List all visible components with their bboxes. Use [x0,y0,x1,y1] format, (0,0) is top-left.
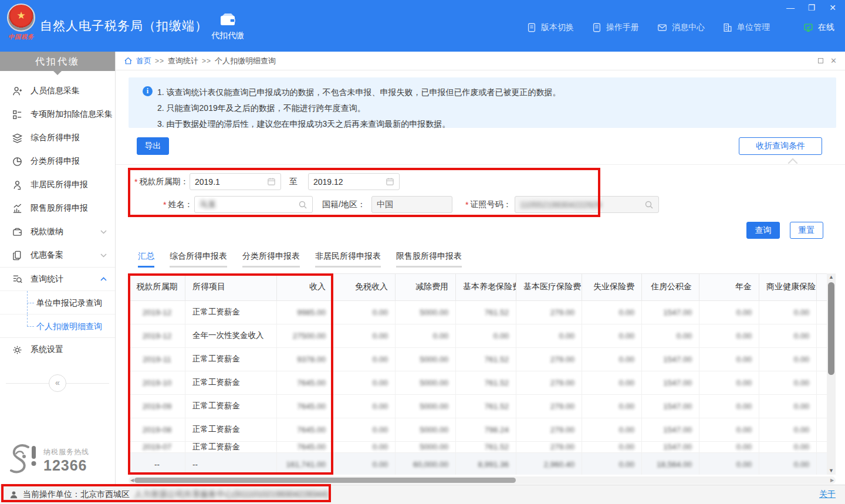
pie-chart-icon [12,156,23,167]
menu-message-center[interactable]: 消息中心 [657,22,705,33]
calendar-icon[interactable] [386,177,394,186]
caret-up-icon [788,158,798,168]
table-cell: 0.00 [699,394,759,418]
pages-icon [12,250,23,261]
table-cell [817,300,827,324]
calendar-icon[interactable] [267,177,276,186]
table-cell [817,347,827,371]
table-cell: 2019-08 [129,418,185,441]
vertical-scroll-thumb[interactable] [828,282,834,375]
tab-classified-income[interactable]: 分类所得申报表 [242,251,300,268]
vertical-scrollbar[interactable]: ▲ ▼ [827,273,836,475]
sidebar: 代扣代缴 人员信息采集 专项附加扣除信息采集 [0,52,116,485]
sidebar-item-tax-payment[interactable]: 税款缴纳 [0,220,115,243]
panel-close-icon[interactable]: ✕ [830,57,837,65]
hotline-number: 12366 [43,457,89,474]
tab-nonresident-income[interactable]: 非居民所得申报表 [315,251,381,268]
user-icon [9,491,18,499]
sidebar-collapse-row: « [0,374,115,392]
emblem-badge: ★ [7,4,35,32]
collapse-query-button[interactable]: 收折查询条件 [739,137,822,155]
table-cell: 正常工资薪金 [185,347,277,371]
nav-tab-daikou-daijiao[interactable]: 代扣代缴 [204,8,251,45]
id-number-label: * 证照号码： [465,196,511,213]
notice-line-1: 1. 该查询统计表仅能查询已申报成功的数据，不包含未申报、申报失败，已申报但已作… [157,84,561,100]
table-cell: 0.00 [699,300,759,324]
emblem-caption: 中国税务 [5,33,38,41]
form-divider [116,164,845,165]
id-number-input[interactable]: 110552199304222929 [515,196,659,213]
name-input[interactable]: 马某 [194,196,313,213]
about-link[interactable]: 关于 [819,489,836,500]
export-button[interactable]: 导出 [137,137,169,155]
table-cell: 正常工资薪金 [185,418,277,441]
table-cell: 5000.00 [396,441,456,452]
sidebar-subitem-unit-declare-record-query[interactable]: 单位申报记录查询 [0,290,115,314]
wallet-icon [219,12,236,27]
sidebar-item-preferential-filing[interactable]: 优惠备案 [0,243,115,267]
table-row: 2019-10正常工资薪金7645.000.005000.00761.52279… [129,371,827,394]
sidebar-item-query-statistics[interactable]: 查询统计 [0,267,115,290]
period-to-input[interactable]: 2019.12 [308,173,400,190]
online-status[interactable]: 在线 [803,22,834,33]
table-row: 2019-12全年一次性奖金收入27500.000.000.000.000.00… [129,324,827,347]
period-from-input[interactable]: 2019.1 [190,173,281,190]
sidebar-subitem-personal-withholding-detail-query[interactable]: 个人扣缴明细查询 [0,314,115,337]
table-cell: 0.00 [582,324,642,347]
app-header: ★ 中国税务 自然人电子税务局（扣缴端） 代扣代缴 版本切换 [0,0,845,52]
table-cell: 0.00 [582,394,642,418]
minimize-button[interactable]: — [784,2,797,13]
scroll-right-arrow-icon[interactable]: ▶ [829,476,836,484]
table-cell: 0.00 [699,371,759,394]
sidebar-item-special-deduction[interactable]: 专项附加扣除信息采集 [0,103,115,126]
sidebar-item-personnel-info[interactable]: 人员信息采集 [0,79,115,103]
required-mark: * [163,200,166,209]
search-icon[interactable] [644,200,654,209]
menu-manual[interactable]: 操作手册 [592,22,639,33]
query-button[interactable]: 查询 [746,222,780,239]
panel-restore-icon[interactable] [818,58,823,63]
search-icon[interactable] [298,200,307,209]
sidebar-collapse-button[interactable]: « [49,374,66,392]
column-header: 商业健康保险 [759,274,817,300]
scroll-down-arrow-icon[interactable]: ▼ [827,467,836,475]
sidebar-item-label: 专项附加扣除信息采集 [31,109,113,120]
horizontal-scroll-thumb[interactable] [134,478,516,483]
person-plus-icon [12,86,23,97]
tab-restricted-shares[interactable]: 限售股所得申报表 [396,251,462,268]
sidebar-item-system-settings[interactable]: 系统设置 [0,338,115,361]
menu-label: 版本切换 [541,22,574,33]
close-button[interactable]: ✕ [826,2,839,13]
tab-comprehensive-income[interactable]: 综合所得申报表 [170,251,227,268]
menu-unit-management[interactable]: 单位管理 [722,22,770,33]
hotline-label: 纳税服务热线 [43,447,89,457]
sidebar-item-nonresident-income[interactable]: 非居民所得申报 [0,173,115,197]
menu-label: 操作手册 [606,22,639,33]
sidebar-item-classified-income[interactable]: 分类所得申报 [0,150,115,173]
table-cell [817,452,827,475]
unit-label: 当前操作单位：北京市西城区 [23,489,130,500]
sidebar-item-comprehensive-income[interactable]: 综合所得申报 [0,126,115,150]
table-cell: 1547.00 [642,441,699,452]
column-header: 税 [817,274,827,300]
breadcrumb-home[interactable]: 首页 [136,56,151,66]
column-header: 减除费用 [396,274,456,300]
period-label: * 税款所属期： [134,173,188,190]
result-table-wrap: 税款所属期所得项目收入免税收入减除费用基本养老保险费基本医疗保险费失业保险费住房… [129,273,827,475]
scroll-up-arrow-icon[interactable]: ▲ [827,273,836,281]
nationality-label: 国籍/地区： [322,196,366,213]
table-cell: 161,741.00 [277,452,333,475]
online-monitor-icon [803,22,814,33]
table-cell: 0.00 [333,347,396,371]
reset-button[interactable]: 重置 [790,222,823,239]
star-icon: ★ [16,10,25,20]
menu-version-switch[interactable]: 版本切换 [526,22,574,33]
info-icon: i [143,86,153,96]
panel-window-icons: ✕ [818,57,837,65]
table-cell: 全年一次性奖金收入 [185,324,277,347]
column-header: 基本养老保险费 [456,274,516,300]
tab-summary[interactable]: 汇总 [138,251,154,268]
sidebar-item-restricted-shares[interactable]: 限售股所得申报 [0,197,115,220]
restore-button[interactable]: ❐ [805,2,818,13]
horizontal-scrollbar[interactable]: ◀ ▶ [129,476,836,484]
